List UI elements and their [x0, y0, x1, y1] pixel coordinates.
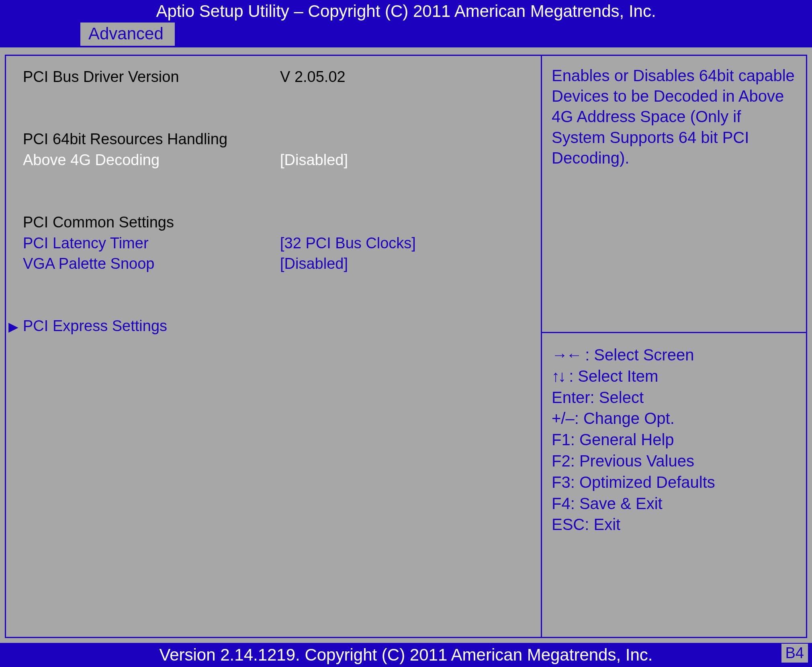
title-text: Aptio Setup Utility – Copyright (C) 2011… [156, 2, 656, 20]
pci-bus-driver-value: V 2.05.02 [280, 67, 533, 87]
main-panel: PCI Bus Driver Version V 2.05.02 PCI 64b… [5, 55, 807, 638]
vga-label: VGA Palette Snoop [23, 254, 280, 274]
row-pci-common-header: PCI Common Settings [23, 213, 533, 232]
key-esc: ESC: Exit [552, 514, 798, 535]
arrows-left-right-icon: →← [552, 346, 581, 364]
spacer [23, 274, 533, 295]
tab-advanced-label: Advanced [88, 24, 164, 43]
help-box: Enables or Disables 64bit capable Device… [542, 56, 806, 333]
pci-bus-driver-label: PCI Bus Driver Version [23, 67, 280, 87]
info-column: Enables or Disables 64bit capable Device… [541, 56, 806, 637]
row-pci-latency-timer[interactable]: PCI Latency Timer [32 PCI Bus Clocks] [23, 233, 533, 253]
key-change-opt: +/–: Change Opt. [552, 408, 798, 429]
spacer [23, 295, 533, 316]
latency-value: [32 PCI Bus Clocks] [280, 233, 533, 253]
footer-badge: B4 [781, 644, 808, 663]
spacer [23, 192, 533, 213]
footer-bar: Version 2.14.1219. Copyright (C) 2011 Am… [0, 643, 812, 667]
above4g-label: Above 4G Decoding [23, 150, 280, 170]
tab-advanced[interactable]: Advanced [80, 23, 175, 46]
spacer [23, 88, 533, 108]
bios-container: Aptio Setup Utility – Copyright (C) 2011… [0, 0, 812, 667]
body-area: PCI Bus Driver Version V 2.05.02 PCI 64b… [0, 47, 812, 643]
tab-row: Advanced [0, 23, 812, 47]
help-text: Enables or Disables 64bit capable Device… [552, 67, 795, 167]
row-pci-express-settings[interactable]: ▶ PCI Express Settings [13, 316, 533, 336]
key-select-screen: →← : Select Screen [552, 344, 798, 366]
above4g-value: [Disabled] [280, 150, 533, 170]
arrows-up-down-icon: ↑↓ [552, 367, 565, 385]
key-f1: F1: General Help [552, 429, 798, 450]
vga-value: [Disabled] [280, 254, 533, 274]
row-vga-palette-snoop[interactable]: VGA Palette Snoop [Disabled] [23, 254, 533, 274]
key-legend: →← : Select Screen ↑↓ : Select Item Ente… [542, 333, 806, 637]
pci-common-header-label: PCI Common Settings [23, 213, 280, 232]
row-pci64-header: PCI 64bit Resources Handling [23, 129, 533, 149]
key-select-item: ↑↓ : Select Item [552, 366, 798, 387]
row-above-4g-decoding[interactable]: Above 4G Decoding [Disabled] [23, 150, 533, 170]
pcie-submenu-label: PCI Express Settings [23, 316, 280, 336]
spacer [23, 171, 533, 192]
key-enter: Enter: Select [552, 387, 798, 408]
key-f2: F2: Previous Values [552, 450, 798, 472]
row-pci-bus-driver: PCI Bus Driver Version V 2.05.02 [23, 67, 533, 87]
key-f4: F4: Save & Exit [552, 493, 798, 514]
title-bar: Aptio Setup Utility – Copyright (C) 2011… [0, 0, 812, 23]
settings-column: PCI Bus Driver Version V 2.05.02 PCI 64b… [6, 56, 541, 637]
latency-label: PCI Latency Timer [23, 233, 280, 253]
spacer [23, 108, 533, 129]
submenu-arrow-icon: ▶ [8, 319, 18, 336]
footer-text: Version 2.14.1219. Copyright (C) 2011 Am… [159, 645, 652, 664]
key-f3: F3: Optimized Defaults [552, 472, 798, 493]
pci64-header-label: PCI 64bit Resources Handling [23, 129, 280, 149]
